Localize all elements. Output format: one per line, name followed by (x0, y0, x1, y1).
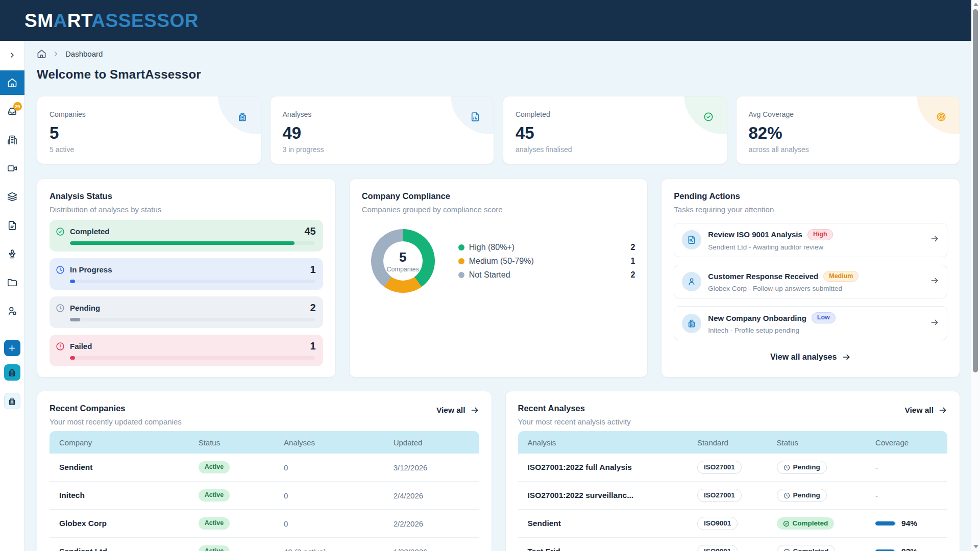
status-label: Completed (70, 227, 110, 236)
add-button[interactable] (4, 340, 20, 356)
stat-card-analyses: Analyses 49 3 in progress (270, 96, 495, 164)
sidebar-item-video[interactable] (0, 156, 24, 181)
status-badge-pending: Pending (777, 489, 827, 502)
company-shortcut-button[interactable] (4, 364, 20, 381)
status-row-pending: Pending 2 (50, 296, 323, 328)
sidebar-expand-button[interactable] (0, 44, 24, 66)
stat-sub: analyses finalised (516, 145, 715, 154)
pending-action-onboarding[interactable]: New Company Onboarding Low Initech - Pro… (674, 306, 947, 340)
analyses-table: Analysis Standard Status Coverage ISO270… (518, 431, 948, 551)
table-row[interactable]: ISO27001:2022 full Analysis ISO27001 Pen… (518, 454, 948, 482)
table-row[interactable]: Sendient Ltd Active 49 (3 active) 1/28/2… (50, 538, 479, 551)
pending-actions-list: Review ISO 9001 Analysis High Sendient L… (674, 223, 947, 340)
view-all-analyses-table-link[interactable]: View all (904, 406, 947, 415)
table-header: Company Status Analyses Updated (50, 431, 479, 454)
company-name: Globex Corp (50, 519, 189, 528)
action-description: Initech - Profile setup pending (708, 327, 836, 334)
document-icon (7, 220, 17, 231)
arrow-right-icon[interactable] (930, 276, 939, 287)
table-row[interactable]: Sendient ISO9001 Completed 94% (518, 510, 948, 538)
check-circle-icon (56, 227, 65, 236)
legend-dot (458, 272, 464, 278)
stat-card-companies: Companies 5 5 active (37, 96, 261, 164)
companies-table: Company Status Analyses Updated Sendient… (50, 431, 479, 551)
status-badge-completed: Completed (777, 517, 835, 530)
clock-icon (56, 304, 65, 313)
table-row[interactable]: ISO27001:2022 surveillanc... ISO27001 Pe… (518, 482, 948, 510)
check-circle-icon (783, 520, 790, 527)
panel-subtitle: Companies grouped by compliance score (362, 205, 635, 214)
table-row[interactable]: Initech Active 0 2/4/2026 (50, 482, 479, 510)
action-title: Review ISO 9001 Analysis (708, 230, 802, 239)
company-analyses: 0 (274, 519, 384, 528)
analysis-name: Sendient (518, 519, 688, 528)
video-icon (7, 163, 17, 173)
logo-segment: RT (67, 10, 92, 31)
company-icon (8, 397, 16, 406)
company-updated: 1/28/2026 (384, 547, 479, 551)
action-title: Customer Response Received (708, 272, 818, 281)
chevron-right-icon (8, 51, 16, 59)
legend-label: Medium (50-79%) (469, 257, 534, 266)
coverage-value: 94% (901, 519, 917, 528)
pending-actions-panel: Pending Actions Tasks requiring your att… (661, 179, 960, 378)
standard-badge: ISO27001 (697, 489, 742, 502)
building-icon (237, 112, 248, 122)
file-search-icon (682, 230, 701, 249)
stat-value: 82% (749, 124, 948, 142)
company-updated: 3/12/2026 (384, 463, 479, 472)
stat-card-completed: Completed 45 analyses finalised (503, 96, 727, 164)
company-analyses: 0 (274, 463, 384, 472)
status-badge-pending: Pending (777, 461, 827, 474)
stats-row: Companies 5 5 active Analyses 49 3 in pr… (37, 96, 960, 164)
status-count: 1 (310, 264, 316, 275)
panel-title: Recent Companies (50, 404, 182, 413)
view-all-analyses-link[interactable]: View all analyses (674, 353, 947, 362)
priority-badge-high: High (807, 229, 833, 240)
action-description: Globex Corp - Follow-up answers submitte… (708, 285, 859, 292)
legend-value: 2 (630, 270, 635, 280)
sidebar-item-documents[interactable] (0, 213, 24, 238)
app-logo: SMARTASSESSOR (24, 11, 199, 30)
scrollbar-up-arrow[interactable] (973, 3, 978, 6)
stat-sub: 3 in progress (283, 145, 482, 154)
table-row[interactable]: Sendient Active 0 3/12/2026 (50, 454, 479, 482)
compliance-chart: 5 Companies High (80%+) 2 Medium (50-79% (362, 229, 635, 293)
pending-action-response[interactable]: Customer Response Received Medium Globex… (674, 265, 947, 299)
legend-item-notstarted: Not Started 2 (458, 270, 635, 280)
sidebar-item-automation[interactable] (0, 242, 24, 266)
sidebar-item-home[interactable] (0, 70, 24, 95)
status-label: In Progress (70, 265, 112, 274)
pending-action-review[interactable]: Review ISO 9001 Analysis High Sendient L… (674, 223, 947, 257)
coverage-bar (875, 521, 896, 525)
sidebar-item-folders[interactable] (0, 270, 24, 295)
check-circle-icon (783, 548, 790, 551)
panel-subtitle: Your most recent analysis activity (518, 417, 631, 426)
scrollbar-thumb[interactable] (973, 9, 978, 372)
arrow-right-icon[interactable] (930, 318, 939, 329)
sidebar-item-companies[interactable] (0, 128, 24, 152)
sidebar-item-inbox[interactable]: 29 (0, 99, 24, 123)
legend-dot (458, 258, 464, 264)
breadcrumb-home-icon[interactable] (37, 49, 46, 59)
app-header: SMARTASSESSOR (0, 0, 980, 41)
legend-label: Not Started (469, 270, 510, 280)
arrow-right-icon[interactable] (930, 234, 939, 245)
clock-icon (783, 464, 790, 471)
analysis-name: Test Frid... (518, 547, 688, 551)
standard-badge: ISO9001 (697, 517, 738, 530)
company-name: Sendient (50, 463, 189, 472)
arrow-right-icon (842, 353, 851, 362)
user-icon (682, 272, 701, 291)
status-row-completed: Completed 45 (50, 220, 323, 252)
sidebar-item-users[interactable] (0, 299, 24, 323)
panel-title: Analysis Status (50, 191, 323, 201)
scrollbar[interactable] (971, 0, 980, 551)
scrollbar-down-arrow[interactable] (973, 545, 978, 548)
sidebar-item-layers[interactable] (0, 185, 24, 209)
view-all-companies-link[interactable]: View all (436, 406, 479, 415)
company-shortcut-button-secondary[interactable] (4, 393, 20, 409)
table-row[interactable]: Globex Corp Active 0 2/2/2026 (50, 510, 479, 538)
status-badge-active: Active (199, 489, 230, 502)
table-row[interactable]: Test Frid... ISO9001 Completed 92% (518, 538, 948, 551)
